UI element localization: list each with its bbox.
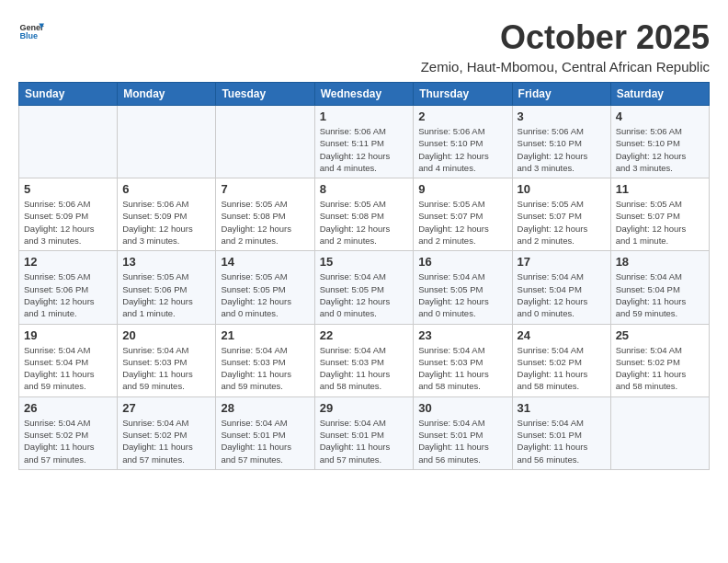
calendar-cell: [19, 106, 118, 178]
day-number: 9: [418, 182, 506, 196]
calendar-cell: 19Sunrise: 5:04 AM Sunset: 5:04 PM Dayli…: [19, 324, 118, 396]
calendar-cell: 17Sunrise: 5:04 AM Sunset: 5:04 PM Dayli…: [512, 251, 610, 324]
day-number: 18: [616, 255, 704, 269]
calendar-cell: 9Sunrise: 5:05 AM Sunset: 5:07 PM Daylig…: [414, 178, 512, 251]
logo: General Blue: [18, 18, 44, 44]
weekday-header-saturday: Saturday: [610, 83, 709, 106]
week-row-0: 1Sunrise: 5:06 AM Sunset: 5:11 PM Daylig…: [19, 106, 710, 178]
day-info: Sunrise: 5:04 AM Sunset: 5:04 PM Dayligh…: [24, 344, 112, 393]
day-number: 10: [518, 182, 606, 196]
day-info: Sunrise: 5:04 AM Sunset: 5:03 PM Dayligh…: [320, 344, 409, 393]
day-info: Sunrise: 5:04 AM Sunset: 5:05 PM Dayligh…: [320, 270, 409, 319]
day-info: Sunrise: 5:04 AM Sunset: 5:05 PM Dayligh…: [418, 270, 506, 319]
header: General Blue October 2025 Zemio, Haut-Mb…: [18, 18, 710, 75]
calendar-cell: 12Sunrise: 5:05 AM Sunset: 5:06 PM Dayli…: [19, 251, 118, 324]
day-info: Sunrise: 5:05 AM Sunset: 5:07 PM Dayligh…: [518, 198, 606, 247]
day-number: 17: [518, 255, 606, 269]
day-number: 6: [122, 182, 210, 196]
calendar-cell: 18Sunrise: 5:04 AM Sunset: 5:04 PM Dayli…: [610, 251, 709, 324]
calendar-cell: 15Sunrise: 5:04 AM Sunset: 5:05 PM Dayli…: [314, 251, 414, 324]
day-number: 21: [221, 328, 309, 342]
calendar-cell: 13Sunrise: 5:05 AM Sunset: 5:06 PM Dayli…: [118, 251, 216, 324]
day-info: Sunrise: 5:06 AM Sunset: 5:10 PM Dayligh…: [418, 125, 506, 174]
day-info: Sunrise: 5:05 AM Sunset: 5:08 PM Dayligh…: [320, 198, 409, 247]
day-number: 11: [616, 182, 704, 196]
day-info: Sunrise: 5:06 AM Sunset: 5:10 PM Dayligh…: [518, 125, 606, 174]
day-number: 24: [518, 328, 606, 342]
day-number: 3: [518, 109, 606, 123]
day-info: Sunrise: 5:04 AM Sunset: 5:01 PM Dayligh…: [518, 417, 606, 465]
calendar-cell: 10Sunrise: 5:05 AM Sunset: 5:07 PM Dayli…: [512, 178, 610, 251]
day-number: 12: [24, 255, 112, 269]
calendar-cell: [610, 396, 709, 469]
calendar-cell: 16Sunrise: 5:04 AM Sunset: 5:05 PM Dayli…: [414, 251, 512, 324]
location-title: Zemio, Haut-Mbomou, Central African Repu…: [421, 59, 710, 75]
weekday-header-friday: Friday: [512, 83, 610, 106]
month-title: October 2025: [421, 18, 710, 57]
day-info: Sunrise: 5:04 AM Sunset: 5:01 PM Dayligh…: [418, 417, 506, 465]
calendar-table: SundayMondayTuesdayWednesdayThursdayFrid…: [18, 82, 710, 470]
day-info: Sunrise: 5:04 AM Sunset: 5:04 PM Dayligh…: [616, 270, 704, 319]
day-number: 25: [616, 328, 704, 342]
day-number: 31: [518, 401, 606, 415]
calendar-cell: 2Sunrise: 5:06 AM Sunset: 5:10 PM Daylig…: [414, 106, 512, 178]
day-info: Sunrise: 5:04 AM Sunset: 5:02 PM Dayligh…: [24, 417, 112, 465]
calendar-cell: 26Sunrise: 5:04 AM Sunset: 5:02 PM Dayli…: [19, 396, 118, 469]
svg-text:Blue: Blue: [19, 31, 38, 40]
calendar-cell: 21Sunrise: 5:04 AM Sunset: 5:03 PM Dayli…: [216, 324, 314, 396]
day-info: Sunrise: 5:05 AM Sunset: 5:07 PM Dayligh…: [418, 198, 506, 247]
calendar-cell: 31Sunrise: 5:04 AM Sunset: 5:01 PM Dayli…: [512, 396, 610, 469]
day-info: Sunrise: 5:04 AM Sunset: 5:01 PM Dayligh…: [320, 417, 409, 465]
day-number: 13: [122, 255, 210, 269]
week-row-3: 19Sunrise: 5:04 AM Sunset: 5:04 PM Dayli…: [19, 324, 710, 396]
week-row-4: 26Sunrise: 5:04 AM Sunset: 5:02 PM Dayli…: [19, 396, 710, 469]
calendar-cell: 3Sunrise: 5:06 AM Sunset: 5:10 PM Daylig…: [512, 106, 610, 178]
calendar-cell: 30Sunrise: 5:04 AM Sunset: 5:01 PM Dayli…: [414, 396, 512, 469]
day-info: Sunrise: 5:04 AM Sunset: 5:03 PM Dayligh…: [221, 344, 309, 393]
weekday-header-row: SundayMondayTuesdayWednesdayThursdayFrid…: [19, 83, 710, 106]
day-info: Sunrise: 5:06 AM Sunset: 5:10 PM Dayligh…: [616, 125, 704, 174]
day-info: Sunrise: 5:04 AM Sunset: 5:02 PM Dayligh…: [122, 417, 210, 465]
calendar-cell: 11Sunrise: 5:05 AM Sunset: 5:07 PM Dayli…: [610, 178, 709, 251]
day-number: 16: [418, 255, 506, 269]
calendar-cell: [118, 106, 216, 178]
calendar-cell: 8Sunrise: 5:05 AM Sunset: 5:08 PM Daylig…: [314, 178, 414, 251]
calendar-cell: 4Sunrise: 5:06 AM Sunset: 5:10 PM Daylig…: [610, 106, 709, 178]
calendar-cell: 22Sunrise: 5:04 AM Sunset: 5:03 PM Dayli…: [314, 324, 414, 396]
day-number: 1: [320, 109, 409, 123]
calendar-cell: 1Sunrise: 5:06 AM Sunset: 5:11 PM Daylig…: [314, 106, 414, 178]
day-info: Sunrise: 5:04 AM Sunset: 5:01 PM Dayligh…: [221, 417, 309, 465]
week-row-1: 5Sunrise: 5:06 AM Sunset: 5:09 PM Daylig…: [19, 178, 710, 251]
calendar-cell: 25Sunrise: 5:04 AM Sunset: 5:02 PM Dayli…: [610, 324, 709, 396]
calendar-cell: 29Sunrise: 5:04 AM Sunset: 5:01 PM Dayli…: [314, 396, 414, 469]
day-info: Sunrise: 5:04 AM Sunset: 5:03 PM Dayligh…: [418, 344, 506, 393]
day-number: 26: [24, 401, 112, 415]
calendar-cell: [216, 106, 314, 178]
day-number: 27: [122, 401, 210, 415]
day-number: 2: [418, 109, 506, 123]
day-info: Sunrise: 5:06 AM Sunset: 5:09 PM Dayligh…: [24, 198, 112, 247]
day-info: Sunrise: 5:05 AM Sunset: 5:06 PM Dayligh…: [122, 270, 210, 319]
title-area: October 2025 Zemio, Haut-Mbomou, Central…: [421, 18, 710, 75]
calendar-cell: 24Sunrise: 5:04 AM Sunset: 5:02 PM Dayli…: [512, 324, 610, 396]
day-number: 28: [221, 401, 309, 415]
day-number: 14: [221, 255, 309, 269]
calendar-cell: 6Sunrise: 5:06 AM Sunset: 5:09 PM Daylig…: [118, 178, 216, 251]
calendar-cell: 5Sunrise: 5:06 AM Sunset: 5:09 PM Daylig…: [19, 178, 118, 251]
day-number: 29: [320, 401, 409, 415]
day-number: 8: [320, 182, 409, 196]
day-number: 23: [418, 328, 506, 342]
calendar-cell: 7Sunrise: 5:05 AM Sunset: 5:08 PM Daylig…: [216, 178, 314, 251]
logo-icon: General Blue: [18, 18, 44, 44]
day-info: Sunrise: 5:04 AM Sunset: 5:03 PM Dayligh…: [122, 344, 210, 393]
day-info: Sunrise: 5:06 AM Sunset: 5:09 PM Dayligh…: [122, 198, 210, 247]
weekday-header-monday: Monday: [118, 83, 216, 106]
day-number: 20: [122, 328, 210, 342]
calendar-cell: 14Sunrise: 5:05 AM Sunset: 5:05 PM Dayli…: [216, 251, 314, 324]
calendar-cell: 20Sunrise: 5:04 AM Sunset: 5:03 PM Dayli…: [118, 324, 216, 396]
day-info: Sunrise: 5:04 AM Sunset: 5:02 PM Dayligh…: [616, 344, 704, 393]
day-number: 22: [320, 328, 409, 342]
day-info: Sunrise: 5:04 AM Sunset: 5:02 PM Dayligh…: [518, 344, 606, 393]
day-number: 4: [616, 109, 704, 123]
week-row-2: 12Sunrise: 5:05 AM Sunset: 5:06 PM Dayli…: [19, 251, 710, 324]
